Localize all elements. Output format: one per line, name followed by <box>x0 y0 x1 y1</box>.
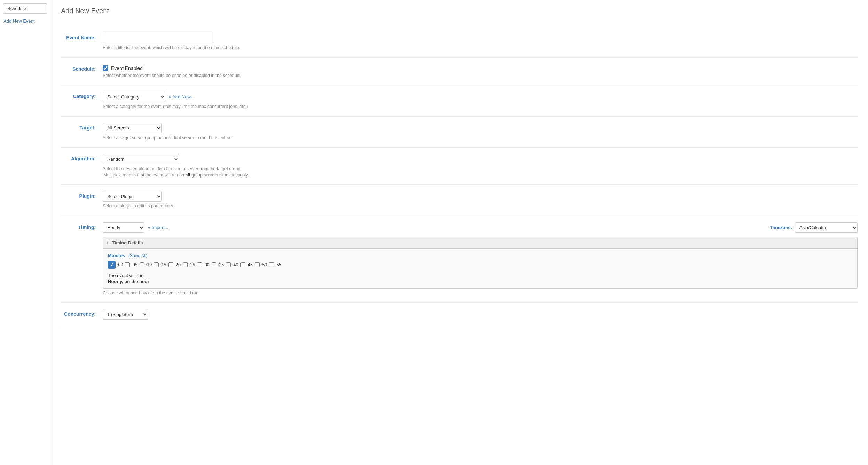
algorithm-hint-bold: all <box>186 173 190 178</box>
minute-checkbox[interactable] <box>154 262 159 267</box>
minutes-checkboxes: :00:05:10:15:20:25:30:35:40:45:50:55 <box>108 261 852 269</box>
minute-checkbox[interactable] <box>226 262 231 267</box>
target-control: All Servers Select a target server group… <box>103 123 858 141</box>
event-name-label: Event Name: <box>61 33 103 40</box>
sidebar-add-event-link[interactable]: Add New Event <box>3 17 47 25</box>
target-hint: Select a target server group or individu… <box>103 135 858 141</box>
timing-details-header: □ Timing Details <box>103 237 857 249</box>
minute-value-label: :10 <box>146 262 152 267</box>
category-add-new-link[interactable]: « Add New... <box>169 94 194 100</box>
minute-checkbox[interactable] <box>240 262 245 267</box>
minute-item: :15 <box>154 261 166 269</box>
event-will-run-label: The event will run: <box>108 273 145 278</box>
sidebar: Schedule Add New Event <box>0 0 50 465</box>
schedule-row: Schedule: Event Enabled Select whether t… <box>61 58 858 86</box>
target-select[interactable]: All Servers <box>103 123 162 133</box>
minute-checkbox-checked[interactable] <box>108 261 116 269</box>
target-row: Target: All Servers Select a target serv… <box>61 117 858 148</box>
main-content: Add New Event Event Name: Enter a title … <box>50 0 868 465</box>
plugin-select[interactable]: Select Plugin <box>103 191 162 202</box>
algorithm-hint: Select the desired algorithm for choosin… <box>103 166 858 178</box>
minute-value-label: :00 <box>117 262 123 267</box>
minute-value-label: :20 <box>175 262 181 267</box>
concurrency-label: Concurrency: <box>61 309 103 317</box>
timing-details-box: □ Timing Details Minutes (Show All) :00:… <box>103 237 858 289</box>
event-enabled-label: Event Enabled <box>111 65 143 71</box>
minute-item: :45 <box>240 261 253 269</box>
minute-value-label: :40 <box>232 262 238 267</box>
minute-item: :00 <box>108 261 123 269</box>
minute-value-label: :30 <box>203 262 209 267</box>
timezone-select[interactable]: Asia/Calcutta <box>795 222 858 233</box>
minute-value-label: :45 <box>247 262 253 267</box>
timing-import-link[interactable]: « Import... <box>148 225 168 230</box>
algorithm-control: Random Select the desired algorithm for … <box>103 154 858 178</box>
minute-checkbox[interactable] <box>255 262 260 267</box>
timing-control: Hourly « Import... Timezone: Asia/Calcut… <box>103 222 858 297</box>
minute-checkbox[interactable] <box>269 262 274 267</box>
minute-value-label: :35 <box>218 262 224 267</box>
category-hint: Select a category for the event (this ma… <box>103 104 858 110</box>
minute-checkbox[interactable] <box>197 262 202 267</box>
algorithm-select[interactable]: Random <box>103 154 179 164</box>
page-title: Add New Event <box>61 7 858 19</box>
schedule-label: Schedule: <box>61 64 103 72</box>
timing-details-body: Minutes (Show All) :00:05:10:15:20:25:30… <box>103 249 857 288</box>
minute-item: :20 <box>168 261 181 269</box>
event-name-row: Event Name: Enter a title for the event,… <box>61 26 858 58</box>
algorithm-label: Algorithm: <box>61 154 103 161</box>
timezone-label: Timezone: <box>770 225 792 230</box>
minute-checkbox[interactable] <box>168 262 173 267</box>
concurrency-row: Concurrency: 1 (Singleton) <box>61 303 858 326</box>
minute-item: :05 <box>125 261 137 269</box>
minute-checkbox[interactable] <box>183 262 188 267</box>
schedule-hint: Select whether the event should be enabl… <box>103 73 858 79</box>
minute-item: :50 <box>255 261 267 269</box>
category-row: Category: Select Category « Add New... S… <box>61 85 858 117</box>
algorithm-row: Algorithm: Random Select the desired alg… <box>61 148 858 185</box>
minute-item: :30 <box>197 261 209 269</box>
event-name-input[interactable] <box>103 33 214 43</box>
event-name-hint: Enter a title for the event, which will … <box>103 45 858 51</box>
event-enabled-checkbox[interactable] <box>103 65 108 71</box>
minute-item: :40 <box>226 261 238 269</box>
minute-value-label: :15 <box>160 262 166 267</box>
minute-value-label: :05 <box>131 262 137 267</box>
minute-value-label: :25 <box>189 262 195 267</box>
timing-select[interactable]: Hourly <box>103 222 144 233</box>
timing-details-title: Timing Details <box>112 240 143 245</box>
target-label: Target: <box>61 123 103 131</box>
minute-item: :55 <box>269 261 281 269</box>
schedule-button[interactable]: Schedule <box>3 3 47 14</box>
timing-label: Timing: <box>61 222 103 230</box>
minute-checkbox[interactable] <box>140 262 144 267</box>
minute-checkbox[interactable] <box>212 262 216 267</box>
plugin-row: Plugin: Select Plugin Select a plugin to… <box>61 185 858 216</box>
plugin-hint: Select a plugin to edit its parameters. <box>103 203 858 210</box>
category-control: Select Category « Add New... Select a ca… <box>103 92 858 110</box>
minute-item: :25 <box>183 261 195 269</box>
timing-top: Hourly « Import... Timezone: Asia/Calcut… <box>103 222 858 233</box>
minute-item: :35 <box>212 261 224 269</box>
minute-value-label: :50 <box>261 262 267 267</box>
event-will-run: The event will run: Hourly, on the hour <box>108 273 852 284</box>
plugin-control: Select Plugin Select a plugin to edit it… <box>103 191 858 210</box>
minute-item: :10 <box>140 261 152 269</box>
plugin-label: Plugin: <box>61 191 103 199</box>
show-all-link[interactable]: (Show All) <box>128 253 147 258</box>
minutes-header: Minutes (Show All) <box>108 253 852 258</box>
concurrency-control: 1 (Singleton) <box>103 309 858 320</box>
collapse-icon[interactable]: □ <box>107 240 110 245</box>
event-will-run-value: Hourly, on the hour <box>108 279 852 284</box>
event-enabled-row: Event Enabled <box>103 65 858 71</box>
concurrency-select[interactable]: 1 (Singleton) <box>103 309 148 320</box>
category-select[interactable]: Select Category <box>103 92 165 102</box>
category-label: Category: <box>61 92 103 99</box>
schedule-control: Event Enabled Select whether the event s… <box>103 64 858 79</box>
timing-row: Timing: Hourly « Import... Timezone: Asi… <box>61 216 858 303</box>
timing-hint: Choose when and how often the event shou… <box>103 290 858 297</box>
minute-checkbox[interactable] <box>125 262 130 267</box>
timezone-group: Timezone: Asia/Calcutta <box>770 222 858 233</box>
event-name-control: Enter a title for the event, which will … <box>103 33 858 51</box>
minute-value-label: :55 <box>275 262 281 267</box>
